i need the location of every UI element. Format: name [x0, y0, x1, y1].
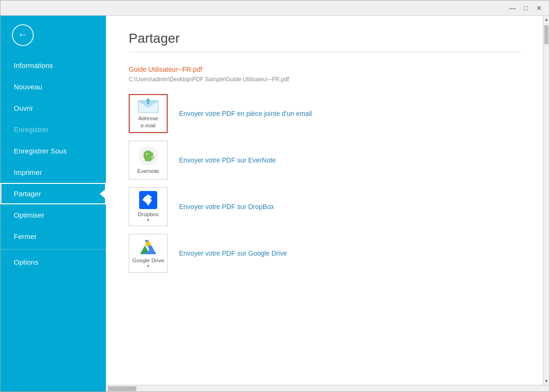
evernote-icon	[138, 146, 158, 166]
share-icon-evernote[interactable]: Evernote	[129, 141, 168, 180]
active-chevron-icon	[100, 189, 105, 199]
sidebar-item-informations[interactable]: Informations	[0, 55, 106, 76]
share-item-googledrive: Google Drive ▼ Envoyer votre PDF sur Goo…	[129, 234, 520, 273]
sidebar-item-partager[interactable]: Partager	[0, 183, 106, 204]
sidebar-item-nouveau[interactable]: Nouveau	[0, 76, 106, 97]
email-icon	[138, 98, 159, 113]
horizontal-scrollbar[interactable]	[106, 385, 550, 392]
back-button[interactable]: ←	[0, 16, 106, 55]
vertical-scrollbar[interactable]: ▲ ▼	[543, 16, 550, 385]
sidebar-item-optimiser[interactable]: Optimiser	[0, 204, 106, 226]
close-button[interactable]: ✕	[532, 2, 546, 14]
svg-rect-3	[147, 100, 149, 104]
email-description[interactable]: Envoyer votre PDF en pièce jointe d'un e…	[179, 110, 312, 117]
titlebar: — □ ✕	[0, 0, 550, 16]
dropbox-icon	[139, 191, 157, 209]
googledrive-label: Google Drive	[132, 257, 164, 264]
scroll-up-button[interactable]: ▲	[543, 16, 550, 23]
back-arrow-icon: ←	[18, 29, 28, 40]
share-item-evernote: Evernote Envoyer votre PDF sur EverNote	[129, 141, 520, 180]
scroll-track[interactable]	[543, 23, 550, 377]
share-item-email: Adresse e-mail Envoyer votre PDF en pièc…	[129, 94, 520, 133]
h-scroll-thumb[interactable]	[108, 386, 136, 391]
evernote-description[interactable]: Envoyer votre PDF sur EverNote	[179, 156, 276, 164]
app-window: — □ ✕ ← Informations Nouveau Ouvrir	[0, 0, 550, 392]
file-name[interactable]: Guide Utilisateur--FR.pdf	[129, 66, 520, 73]
gdrive-arrow-icon: ▼	[146, 264, 151, 268]
sidebar-item-ouvrir[interactable]: Ouvrir	[0, 97, 106, 119]
scroll-down-button[interactable]: ▼	[543, 377, 550, 385]
sidebar-item-enregistrer-sous[interactable]: Enregistrer Sous	[0, 140, 106, 162]
dropbox-description[interactable]: Envoyer votre PDF sur DropBox	[179, 203, 274, 210]
sidebar-item-options[interactable]: Options	[0, 251, 106, 273]
file-path: C:\Users\admin\Desktop\PDF Sample\Guide …	[129, 76, 520, 83]
app-body: ← Informations Nouveau Ouvrir Enregistre…	[0, 16, 550, 392]
main-scroll-area[interactable]: Partager Guide Utilisateur--FR.pdf C:\Us…	[106, 16, 543, 385]
sidebar-item-fermer[interactable]: Fermer	[0, 226, 106, 247]
email-label: Adresse e-mail	[138, 115, 158, 129]
dropbox-arrow-icon: ▼	[146, 218, 151, 222]
maximize-button[interactable]: □	[519, 2, 532, 14]
page-title: Partager	[129, 31, 520, 46]
minimize-button[interactable]: —	[506, 2, 519, 14]
nav-divider	[0, 249, 106, 249]
googledrive-icon	[138, 238, 158, 255]
sidebar-nav: Informations Nouveau Ouvrir Enregistrer …	[0, 55, 106, 392]
share-icon-googledrive[interactable]: Google Drive ▼	[129, 234, 168, 273]
dropbox-label: Dropbox	[138, 211, 158, 218]
share-item-dropbox: Dropbox ▼ Envoyer votre PDF sur DropBox	[129, 187, 520, 226]
share-icon-email[interactable]: Adresse e-mail	[129, 94, 168, 133]
sidebar-item-imprimer[interactable]: Imprimer	[0, 162, 106, 183]
evernote-label: Evernote	[137, 168, 159, 175]
sidebar: ← Informations Nouveau Ouvrir Enregistre…	[0, 16, 106, 392]
title-divider	[129, 52, 520, 52]
svg-point-5	[146, 153, 148, 154]
googledrive-description[interactable]: Envoyer votre PDF sur Google Drive	[179, 249, 287, 257]
scroll-thumb[interactable]	[544, 25, 549, 44]
back-circle[interactable]: ←	[12, 24, 34, 46]
share-icon-dropbox[interactable]: Dropbox ▼	[129, 187, 168, 226]
main-content: Partager Guide Utilisateur--FR.pdf C:\Us…	[106, 16, 543, 385]
sidebar-item-enregistrer[interactable]: Enregistrer	[0, 119, 106, 140]
